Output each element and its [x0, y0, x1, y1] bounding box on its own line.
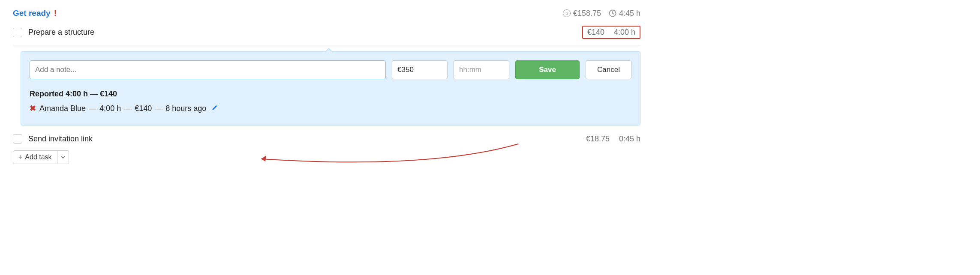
task-metrics-highlight: €140 4:00 h — [582, 26, 640, 39]
add-task-label: Add task — [25, 153, 51, 161]
task-name: Send invitation link — [28, 135, 93, 143]
task-time: 0:45 h — [619, 135, 640, 143]
entry-hours: 4:00 h — [99, 104, 121, 113]
currency-icon: S — [563, 9, 571, 17]
section-totals: S €158.75 4:45 h — [563, 9, 640, 18]
add-task-row: + Add task — [13, 150, 640, 164]
entry-amount: €140 — [135, 104, 152, 113]
svg-text:S: S — [565, 11, 568, 15]
task-metrics: €18.75 0:45 h — [586, 135, 640, 143]
plus-icon: + — [18, 153, 22, 161]
delete-entry-icon[interactable]: ✖ — [30, 104, 36, 113]
time-input[interactable] — [454, 60, 509, 79]
edit-entry-icon[interactable] — [211, 104, 218, 113]
task-checkbox[interactable] — [13, 28, 22, 37]
task-checkbox[interactable] — [13, 134, 22, 143]
reported-summary: Reported 4:00 h — €140 — [30, 90, 631, 99]
entry-user: Amanda Blue — [39, 104, 86, 113]
task-cost: €18.75 — [586, 135, 610, 143]
total-time: 4:45 h — [619, 9, 640, 18]
clock-icon — [609, 9, 616, 17]
time-entry-panel: Save Cancel Reported 4:00 h — €140 ✖ Ama… — [21, 51, 640, 126]
panel-pointer — [325, 48, 333, 52]
section-title-text: Get ready — [13, 9, 51, 18]
section-title[interactable]: Get ready ! — [13, 9, 57, 18]
add-task-dropdown[interactable] — [57, 150, 69, 164]
reported-entry-row: ✖ Amanda Blue — 4:00 h — €140 — 8 hours … — [30, 104, 631, 113]
task-time: 4:00 h — [614, 28, 635, 37]
task-row[interactable]: Send invitation link €18.75 0:45 h — [13, 132, 640, 146]
entry-ago: 8 hours ago — [165, 104, 206, 113]
entry-input-row: Save Cancel — [30, 60, 631, 79]
cancel-button[interactable]: Cancel — [586, 60, 631, 79]
save-button[interactable]: Save — [515, 60, 580, 79]
add-task-button[interactable]: + Add task — [13, 150, 57, 164]
amount-input[interactable] — [392, 60, 448, 79]
task-name: Prepare a structure — [28, 28, 94, 37]
divider — [13, 45, 640, 45]
section-header: Get ready ! S €158.75 4:45 h — [13, 9, 640, 18]
task-row[interactable]: Prepare a structure €140 4:00 h — [13, 23, 640, 42]
note-input[interactable] — [30, 60, 386, 79]
total-cost: €158.75 — [573, 9, 601, 18]
task-cost: €140 — [587, 28, 604, 37]
priority-icon: ! — [54, 9, 57, 18]
chevron-down-icon — [61, 156, 65, 158]
